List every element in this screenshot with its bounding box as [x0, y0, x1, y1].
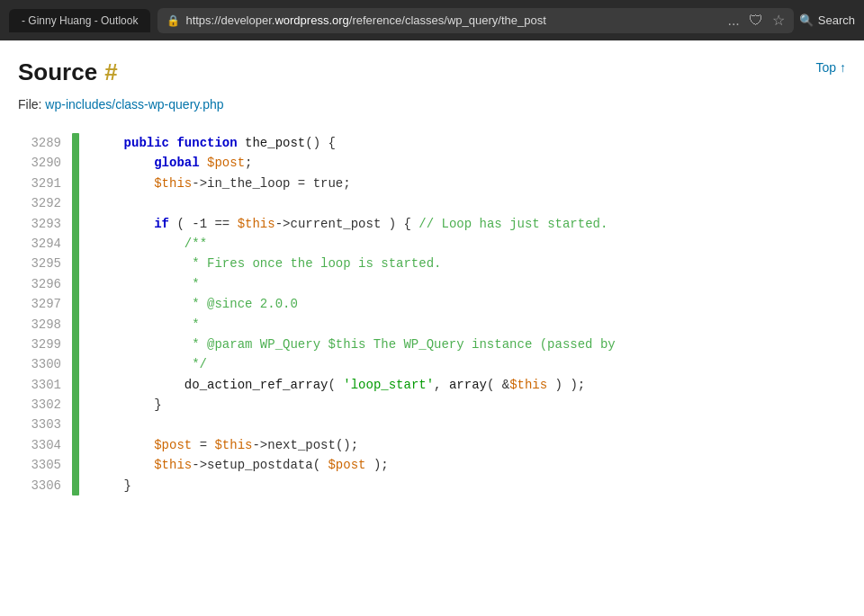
- line-number: 3298: [18, 315, 61, 335]
- line-number: 3291: [18, 174, 61, 193]
- line-number: 3301: [18, 375, 61, 395]
- section-title: Source: [18, 58, 97, 86]
- line-number: 3300: [18, 354, 61, 374]
- code-line-3302: }: [94, 395, 846, 415]
- code-line-3296: *: [94, 274, 846, 294]
- line-number: 3306: [18, 476, 61, 495]
- code-line-3299: * @param WP_Query $this The WP_Query ins…: [94, 335, 846, 354]
- search-icon: 🔍: [799, 13, 814, 27]
- line-number: 3292: [18, 193, 61, 213]
- code-line-3304: $post = $this->next_post();: [94, 435, 846, 455]
- shield-icon: 🛡: [749, 13, 763, 29]
- top-link[interactable]: Top ↑: [816, 60, 846, 75]
- browser-tab[interactable]: - Ginny Huang - Outlook: [9, 9, 150, 32]
- line-numbers: 3289 3290 3291 3292 3293 3294 3295 3296 …: [18, 133, 72, 495]
- line-number: 3290: [18, 153, 61, 173]
- code-line-3295: * Fires once the loop is started.: [94, 254, 846, 273]
- code-line-3294: /**: [94, 234, 846, 254]
- code-line-3306: }: [94, 476, 846, 495]
- line-number: 3303: [18, 415, 61, 434]
- address-bar[interactable]: 🔒 https://developer.wordpress.org/refere…: [158, 8, 793, 33]
- code-line-3301: do_action_ref_array( 'loop_start', array…: [94, 375, 846, 395]
- tab-label: - Ginny Huang - Outlook: [22, 14, 138, 27]
- search-button[interactable]: 🔍 Search: [799, 13, 855, 27]
- code-line-3293: if ( -1 == $this->current_post ) { // Lo…: [94, 214, 846, 234]
- page-content: Top ↑ Source # File: wp-includes/class-w…: [0, 40, 864, 513]
- line-number: 3302: [18, 395, 61, 415]
- browser-nav: 🔒 https://developer.wordpress.org/refere…: [158, 8, 855, 33]
- url-path: /reference/classes/wp_query/the_post: [349, 13, 546, 27]
- code-line-3305: $this->setup_postdata( $post );: [94, 455, 846, 475]
- line-number: 3294: [18, 234, 61, 254]
- line-number: 3299: [18, 335, 61, 354]
- section-heading: Source #: [18, 58, 846, 86]
- url-display: https://developer.wordpress.org/referenc…: [185, 13, 722, 27]
- code-line-3297: * @since 2.0.0: [94, 294, 846, 314]
- line-number: 3304: [18, 435, 61, 455]
- code-line-3292: [94, 193, 846, 213]
- file-label: File:: [18, 97, 41, 112]
- more-options-icon[interactable]: ...: [727, 13, 739, 29]
- line-number: 3293: [18, 214, 61, 234]
- code-lines: public function the_post() { global $pos…: [94, 133, 846, 495]
- code-line-3290: global $post;: [94, 153, 846, 173]
- line-number: 3305: [18, 455, 61, 475]
- file-link[interactable]: wp-includes/class-wp-query.php: [45, 97, 223, 112]
- url-domain: wordpress.org: [274, 13, 348, 27]
- code-line-3303: [94, 415, 846, 434]
- code-container: 3289 3290 3291 3292 3293 3294 3295 3296 …: [18, 133, 846, 495]
- line-number: 3289: [18, 133, 61, 153]
- hash-anchor[interactable]: #: [104, 58, 117, 86]
- code-line-3300: */: [94, 354, 846, 374]
- line-number: 3295: [18, 254, 61, 273]
- nav-icons: ... 🛡 ☆: [727, 12, 784, 29]
- line-number: 3297: [18, 294, 61, 314]
- browser-chrome: - Ginny Huang - Outlook 🔒 https://develo…: [0, 0, 864, 40]
- lock-icon: 🔒: [166, 14, 180, 27]
- code-line-3291: $this->in_the_loop = true;: [94, 174, 846, 193]
- code-line-3289: public function the_post() {: [94, 133, 846, 153]
- code-gutter: [72, 133, 79, 495]
- file-line: File: wp-includes/class-wp-query.php: [18, 97, 846, 112]
- code-line-3298: *: [94, 315, 846, 335]
- url-prefix: https://developer.: [185, 13, 274, 27]
- bookmark-icon[interactable]: ☆: [772, 12, 785, 29]
- line-number: 3296: [18, 274, 61, 294]
- search-label: Search: [818, 13, 855, 27]
